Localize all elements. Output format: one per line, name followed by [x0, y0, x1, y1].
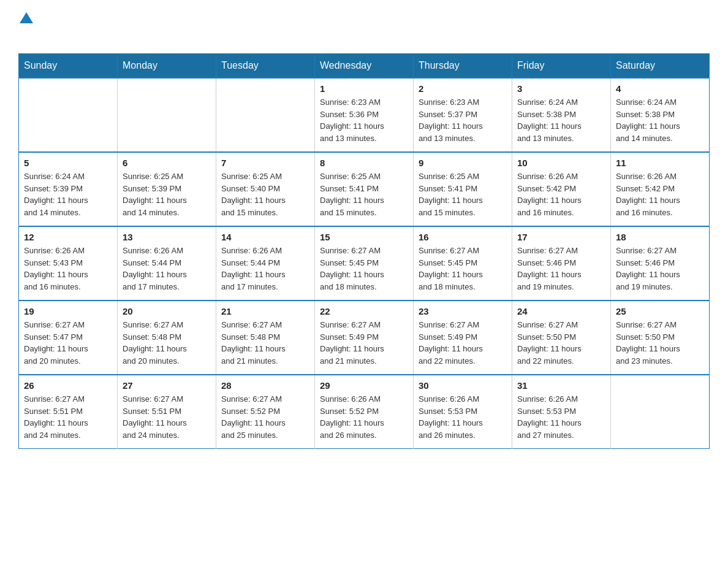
day-info: Sunrise: 6:27 AM Sunset: 5:50 PM Dayligh… [517, 319, 605, 367]
day-info: Sunrise: 6:27 AM Sunset: 5:49 PM Dayligh… [320, 319, 408, 367]
day-info: Sunrise: 6:27 AM Sunset: 5:46 PM Dayligh… [517, 245, 605, 293]
day-info: Sunrise: 6:27 AM Sunset: 5:48 PM Dayligh… [123, 319, 211, 367]
day-number: 12 [24, 232, 112, 242]
day-number: 28 [221, 380, 309, 391]
day-number: 8 [320, 158, 408, 168]
calendar-cell: 13Sunrise: 6:26 AM Sunset: 5:44 PM Dayli… [118, 226, 216, 301]
day-number: 10 [517, 158, 605, 168]
calendar-week-1: 1Sunrise: 6:23 AM Sunset: 5:36 PM Daylig… [19, 78, 710, 152]
day-number: 13 [123, 232, 211, 242]
calendar-cell: 10Sunrise: 6:26 AM Sunset: 5:42 PM Dayli… [512, 152, 611, 226]
calendar-cell: 21Sunrise: 6:27 AM Sunset: 5:48 PM Dayli… [216, 301, 315, 375]
calendar-cell: 2Sunrise: 6:23 AM Sunset: 5:37 PM Daylig… [414, 78, 512, 152]
day-number: 14 [221, 232, 309, 242]
calendar-cell: 22Sunrise: 6:27 AM Sunset: 5:49 PM Dayli… [315, 301, 414, 375]
day-number: 1 [320, 83, 408, 94]
day-number: 24 [517, 306, 605, 316]
calendar-cell: 9Sunrise: 6:25 AM Sunset: 5:41 PM Daylig… [414, 152, 512, 226]
calendar-cell [118, 78, 216, 152]
calendar-cell: 12Sunrise: 6:26 AM Sunset: 5:43 PM Dayli… [19, 226, 118, 301]
day-info: Sunrise: 6:26 AM Sunset: 5:42 PM Dayligh… [616, 170, 704, 218]
day-info: Sunrise: 6:23 AM Sunset: 5:37 PM Dayligh… [419, 96, 507, 144]
day-info: Sunrise: 6:24 AM Sunset: 5:39 PM Dayligh… [24, 170, 112, 218]
day-info: Sunrise: 6:27 AM Sunset: 5:46 PM Dayligh… [616, 245, 704, 293]
day-number: 7 [221, 158, 309, 168]
day-number: 23 [419, 306, 507, 316]
day-info: Sunrise: 6:27 AM Sunset: 5:45 PM Dayligh… [419, 245, 507, 293]
day-info: Sunrise: 6:27 AM Sunset: 5:50 PM Dayligh… [616, 319, 704, 367]
day-number: 18 [616, 232, 704, 242]
day-info: Sunrise: 6:26 AM Sunset: 5:53 PM Dayligh… [517, 393, 605, 441]
day-info: Sunrise: 6:24 AM Sunset: 5:38 PM Dayligh… [616, 96, 704, 144]
day-number: 31 [517, 380, 605, 391]
day-number: 4 [616, 83, 704, 94]
calendar-cell: 8Sunrise: 6:25 AM Sunset: 5:41 PM Daylig… [315, 152, 414, 226]
calendar-cell: 16Sunrise: 6:27 AM Sunset: 5:45 PM Dayli… [414, 226, 512, 301]
calendar-cell: 31Sunrise: 6:26 AM Sunset: 5:53 PM Dayli… [512, 375, 611, 449]
calendar-cell: 15Sunrise: 6:27 AM Sunset: 5:45 PM Dayli… [315, 226, 414, 301]
calendar-week-5: 26Sunrise: 6:27 AM Sunset: 5:51 PM Dayli… [19, 375, 710, 449]
day-number: 22 [320, 306, 408, 316]
calendar-cell: 5Sunrise: 6:24 AM Sunset: 5:39 PM Daylig… [19, 152, 118, 226]
day-info: Sunrise: 6:26 AM Sunset: 5:44 PM Dayligh… [123, 245, 211, 293]
calendar-cell: 4Sunrise: 6:24 AM Sunset: 5:38 PM Daylig… [611, 78, 710, 152]
day-info: Sunrise: 6:25 AM Sunset: 5:39 PM Dayligh… [123, 170, 211, 218]
day-number: 15 [320, 232, 408, 242]
day-info: Sunrise: 6:27 AM Sunset: 5:51 PM Dayligh… [24, 393, 112, 441]
day-number: 5 [24, 158, 112, 168]
calendar-cell: 29Sunrise: 6:26 AM Sunset: 5:52 PM Dayli… [315, 375, 414, 449]
day-info: Sunrise: 6:25 AM Sunset: 5:41 PM Dayligh… [320, 170, 408, 218]
day-number: 26 [24, 380, 112, 391]
calendar-cell [216, 78, 315, 152]
calendar-cell [611, 375, 710, 449]
calendar-cell: 6Sunrise: 6:25 AM Sunset: 5:39 PM Daylig… [118, 152, 216, 226]
calendar-cell: 7Sunrise: 6:25 AM Sunset: 5:40 PM Daylig… [216, 152, 315, 226]
day-info: Sunrise: 6:26 AM Sunset: 5:44 PM Dayligh… [221, 245, 309, 293]
day-number: 11 [616, 158, 704, 168]
weekday-header-monday: Monday [118, 54, 216, 79]
calendar-body: 1Sunrise: 6:23 AM Sunset: 5:36 PM Daylig… [19, 78, 710, 449]
svg-marker-0 [20, 12, 33, 23]
calendar-week-2: 5Sunrise: 6:24 AM Sunset: 5:39 PM Daylig… [19, 152, 710, 226]
day-info: Sunrise: 6:27 AM Sunset: 5:49 PM Dayligh… [419, 319, 507, 367]
day-info: Sunrise: 6:27 AM Sunset: 5:52 PM Dayligh… [221, 393, 309, 441]
day-number: 27 [123, 380, 211, 391]
day-number: 16 [419, 232, 507, 242]
calendar-cell: 17Sunrise: 6:27 AM Sunset: 5:46 PM Dayli… [512, 226, 611, 301]
day-info: Sunrise: 6:26 AM Sunset: 5:43 PM Dayligh… [24, 245, 112, 293]
day-info: Sunrise: 6:26 AM Sunset: 5:53 PM Dayligh… [419, 393, 507, 441]
calendar-cell: 30Sunrise: 6:26 AM Sunset: 5:53 PM Dayli… [414, 375, 512, 449]
calendar-cell: 20Sunrise: 6:27 AM Sunset: 5:48 PM Dayli… [118, 301, 216, 375]
day-info: Sunrise: 6:27 AM Sunset: 5:51 PM Dayligh… [123, 393, 211, 441]
calendar-cell: 14Sunrise: 6:26 AM Sunset: 5:44 PM Dayli… [216, 226, 315, 301]
day-info: Sunrise: 6:27 AM Sunset: 5:48 PM Dayligh… [221, 319, 309, 367]
day-info: Sunrise: 6:25 AM Sunset: 5:41 PM Dayligh… [419, 170, 507, 218]
calendar-cell: 25Sunrise: 6:27 AM Sunset: 5:50 PM Dayli… [611, 301, 710, 375]
calendar-cell: 27Sunrise: 6:27 AM Sunset: 5:51 PM Dayli… [118, 375, 216, 449]
calendar-cell: 28Sunrise: 6:27 AM Sunset: 5:52 PM Dayli… [216, 375, 315, 449]
calendar-cell: 24Sunrise: 6:27 AM Sunset: 5:50 PM Dayli… [512, 301, 611, 375]
day-info: Sunrise: 6:24 AM Sunset: 5:38 PM Dayligh… [517, 96, 605, 144]
day-info: Sunrise: 6:26 AM Sunset: 5:52 PM Dayligh… [320, 393, 408, 441]
day-number: 9 [419, 158, 507, 168]
day-number: 25 [616, 306, 704, 316]
page-header [18, 12, 710, 42]
day-number: 3 [517, 83, 605, 94]
logo-triangle-icon [20, 12, 33, 23]
calendar-cell: 1Sunrise: 6:23 AM Sunset: 5:36 PM Daylig… [315, 78, 414, 152]
calendar-cell [19, 78, 118, 152]
day-info: Sunrise: 6:23 AM Sunset: 5:36 PM Dayligh… [320, 96, 408, 144]
calendar-cell: 23Sunrise: 6:27 AM Sunset: 5:49 PM Dayli… [414, 301, 512, 375]
calendar-cell: 18Sunrise: 6:27 AM Sunset: 5:46 PM Dayli… [611, 226, 710, 301]
weekday-header-thursday: Thursday [414, 54, 512, 79]
day-number: 2 [419, 83, 507, 94]
weekday-row: SundayMondayTuesdayWednesdayThursdayFrid… [19, 54, 710, 79]
day-number: 21 [221, 306, 309, 316]
weekday-header-friday: Friday [512, 54, 611, 79]
calendar-table: SundayMondayTuesdayWednesdayThursdayFrid… [18, 53, 710, 449]
day-info: Sunrise: 6:25 AM Sunset: 5:40 PM Dayligh… [221, 170, 309, 218]
weekday-header-tuesday: Tuesday [216, 54, 315, 79]
weekday-header-wednesday: Wednesday [315, 54, 414, 79]
day-number: 6 [123, 158, 211, 168]
calendar-week-3: 12Sunrise: 6:26 AM Sunset: 5:43 PM Dayli… [19, 226, 710, 301]
